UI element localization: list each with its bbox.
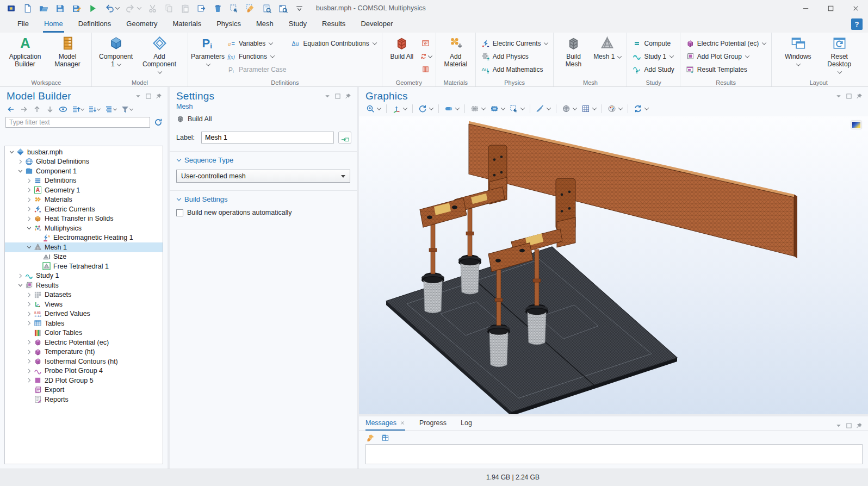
show-columns-button[interactable] [103, 104, 117, 115]
g-rotate-button[interactable] [417, 103, 435, 114]
arrow-up-button[interactable] [32, 104, 42, 115]
expander-closed-icon[interactable] [26, 291, 33, 298]
g-box-blue-button[interactable] [488, 103, 506, 114]
panel-pin-icon[interactable] [856, 422, 863, 429]
panel-float-icon[interactable] [145, 93, 152, 99]
tab-log[interactable]: Log [461, 416, 472, 431]
sequence-type-header[interactable]: Sequence Type [176, 156, 350, 164]
tab-messages[interactable]: Messages [365, 416, 405, 431]
tab-mesh[interactable]: Mesh [255, 16, 275, 33]
add-plot-group-button[interactable]: Add Plot Group [684, 51, 767, 61]
reset-desktop-button[interactable]: Reset Desktop [823, 34, 855, 78]
tab-definitions[interactable]: Definitions [77, 16, 113, 33]
expander-open-icon[interactable] [26, 244, 33, 251]
clear-selection-button[interactable] [244, 3, 257, 14]
sequence-type-select[interactable]: User-controlled mesh [176, 170, 350, 183]
tree-item-electromagnetic-heating-1[interactable]: Electromagnetic Heating 1 [5, 233, 163, 243]
expander-closed-icon[interactable] [26, 339, 33, 346]
tree-item-color-tables[interactable]: Color Tables [5, 328, 163, 338]
add-study-button[interactable]: Add Study [631, 64, 675, 74]
panel-float-icon[interactable] [846, 93, 852, 99]
tree-item-geometry-1[interactable]: AGeometry 1 [5, 185, 163, 195]
g-axes-button[interactable] [390, 103, 408, 114]
tab-study[interactable]: Study [288, 16, 308, 33]
tree-item-views[interactable]: Views [5, 300, 163, 309]
panel-menu-icon[interactable] [135, 93, 141, 99]
maximize-button[interactable] [818, 0, 843, 16]
build-mesh-button[interactable]: Build Mesh [557, 34, 589, 78]
print-preview-button[interactable] [276, 3, 290, 14]
tree-item-reports[interactable]: Reports [5, 395, 163, 404]
tab-geometry[interactable]: Geometry [125, 16, 158, 33]
expander-closed-icon[interactable] [26, 196, 33, 203]
expander-open-icon[interactable] [26, 225, 33, 232]
expander-closed-icon[interactable] [26, 358, 33, 365]
panel-float-icon[interactable] [846, 422, 852, 429]
tree-item-global-definitions[interactable]: Global Definitions [5, 157, 163, 167]
expand-all-button[interactable] [71, 104, 85, 115]
expander-open-icon[interactable] [17, 167, 24, 175]
label-field-input[interactable] [201, 132, 334, 144]
tab-file[interactable]: File [16, 16, 30, 33]
tree-item-results[interactable]: Results [5, 281, 163, 290]
help-button[interactable]: ? [851, 18, 863, 30]
electric-currents-button[interactable]: Electric Currents [480, 38, 550, 48]
panel-menu-icon[interactable] [324, 93, 331, 99]
close-tab-icon[interactable] [400, 420, 405, 426]
g-palette-button[interactable] [606, 103, 624, 114]
rebuild-button[interactable] [420, 51, 432, 61]
g-cylinder-button[interactable] [443, 103, 461, 114]
g-zoom-button[interactable] [364, 103, 382, 114]
functions-button[interactable]: f(x) Functions [226, 51, 288, 61]
virtual-operations-button[interactable] [420, 64, 432, 74]
tree-item-mesh-1[interactable]: Mesh 1 [5, 242, 163, 252]
tree-item-study-1[interactable]: Study 1 [5, 271, 163, 281]
g-select-button[interactable] [508, 103, 526, 114]
close-button[interactable] [843, 0, 868, 16]
g-sync-button[interactable] [632, 103, 650, 114]
select-rectangle-button[interactable] [227, 3, 241, 14]
expander-closed-icon[interactable] [26, 310, 33, 317]
model-manager-button[interactable]: Model Manager [47, 34, 88, 78]
expander-closed-icon[interactable] [26, 377, 33, 384]
expander-closed-icon[interactable] [17, 272, 24, 279]
open-folder-button[interactable] [37, 3, 51, 14]
tab-developer[interactable]: Developer [359, 16, 394, 33]
expander-closed-icon[interactable] [26, 215, 33, 222]
m-brush-button[interactable] [365, 433, 376, 443]
expander-closed-icon[interactable] [26, 205, 33, 213]
tab-physics[interactable]: Physics [215, 16, 242, 33]
tree-filter-input[interactable] [5, 117, 150, 128]
tree-item-multiphysics[interactable]: Multiphysics [5, 223, 163, 233]
variables-button[interactable]: a= Variables [226, 38, 288, 48]
graphics-canvas[interactable] [359, 116, 868, 414]
g-box-gray-button[interactable] [469, 103, 487, 114]
panel-pin-icon[interactable] [345, 93, 351, 99]
study-1-button[interactable]: Study 1 [631, 51, 675, 61]
tab-progress[interactable]: Progress [419, 416, 447, 431]
run-button[interactable] [86, 3, 100, 14]
tree-item-busbar-mph[interactable]: busbar.mph [5, 147, 163, 157]
windows-button[interactable]: Windows [782, 34, 814, 78]
tree-item-materials[interactable]: Materials [5, 195, 163, 205]
filter-button[interactable] [120, 104, 134, 115]
duplicate-button[interactable] [195, 3, 208, 14]
parameters-button[interactable]: Pi Parameters [192, 34, 224, 78]
save-button[interactable] [53, 3, 67, 14]
tab-results[interactable]: Results [321, 16, 346, 33]
tree-item-electric-potential-ec[interactable]: Electric Potential (ec) [5, 338, 163, 347]
add-component-button[interactable]: Add Component [139, 34, 179, 78]
panel-float-icon[interactable] [334, 93, 341, 99]
electric-potential-button[interactable]: Electric Potential (ec) [684, 38, 767, 48]
expander-open-icon[interactable] [17, 282, 24, 289]
tree-item-probe-plot-group-4[interactable]: Probe Plot Group 4 [5, 366, 163, 376]
application-builder-button[interactable]: A Application Builder [5, 34, 45, 78]
new-file-button[interactable] [21, 3, 34, 14]
arrow-right-button[interactable] [18, 104, 29, 115]
tree-item-free-tetrahedral-1[interactable]: Free Tetrahedral 1 [5, 261, 163, 271]
minimize-button[interactable] [793, 0, 818, 16]
g-wireframe-button[interactable] [560, 103, 578, 114]
tree-item-definitions[interactable]: Definitions [5, 176, 163, 186]
tree-item-tables[interactable]: Tables [5, 319, 163, 328]
expander-closed-icon[interactable] [26, 320, 33, 327]
